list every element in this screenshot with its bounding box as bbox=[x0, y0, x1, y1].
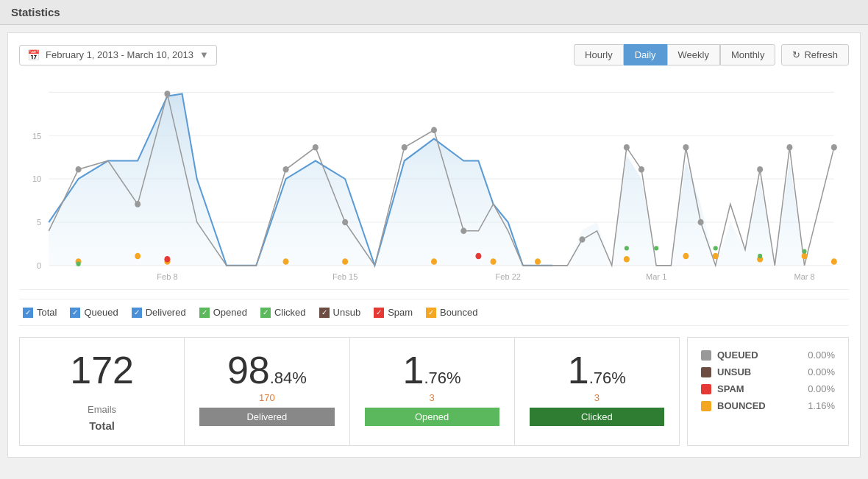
legend-spam-label: Spam bbox=[388, 307, 413, 318]
legend-total-label: Total bbox=[37, 307, 57, 318]
bounced-side-stat: BOUNCED 1.16% bbox=[701, 397, 835, 414]
total-footer: Total bbox=[35, 419, 169, 432]
chart-svg: 0 5 10 15 bbox=[19, 77, 849, 289]
svg-point-35 bbox=[624, 256, 630, 263]
toolbar: 📅 February 1, 2013 - March 10, 2013 ▼ Ho… bbox=[19, 44, 849, 65]
svg-point-12 bbox=[164, 91, 170, 97]
opened-footer: Opened bbox=[365, 408, 499, 426]
refresh-icon: ↻ bbox=[792, 49, 800, 60]
clicked-decimal: .76% bbox=[589, 369, 626, 387]
delivered-decimal: .84% bbox=[270, 369, 307, 387]
refresh-button[interactable]: ↻ Refresh bbox=[781, 44, 849, 65]
opened-stat-card: 1.76% 3 Opened bbox=[350, 337, 515, 446]
delivered-footer: Delivered bbox=[199, 408, 334, 426]
legend-bounced[interactable]: ✓ Bounced bbox=[426, 307, 477, 318]
unsub-side-label: UNSUB bbox=[717, 366, 808, 377]
svg-point-20 bbox=[624, 144, 630, 151]
legend-delivered[interactable]: ✓ Delivered bbox=[132, 307, 186, 318]
bounced-checkbox[interactable]: ✓ bbox=[426, 308, 436, 318]
monthly-button[interactable]: Monthly bbox=[720, 44, 776, 65]
queued-color bbox=[701, 350, 711, 361]
daily-button[interactable]: Daily bbox=[624, 44, 667, 65]
svg-point-26 bbox=[831, 144, 837, 151]
delivered-percent: 98.84% bbox=[199, 351, 334, 389]
svg-point-44 bbox=[714, 246, 718, 250]
svg-point-37 bbox=[713, 253, 719, 260]
svg-point-36 bbox=[683, 253, 689, 260]
svg-point-39 bbox=[802, 253, 808, 260]
legend-spam[interactable]: ✓ Spam bbox=[374, 307, 413, 318]
spam-checkbox[interactable]: ✓ bbox=[374, 308, 384, 318]
clicked-big: 1 bbox=[568, 349, 589, 391]
svg-text:15: 15 bbox=[32, 131, 41, 140]
svg-point-48 bbox=[475, 253, 481, 260]
calendar-icon: 📅 bbox=[27, 49, 40, 61]
legend-delivered-label: Delivered bbox=[146, 307, 186, 318]
clicked-percent: 1.76% bbox=[530, 351, 664, 389]
legend-clicked[interactable]: ✓ Clicked bbox=[260, 307, 306, 318]
stats-cards: 172 Emails Total 98.84% 170 Delivered bbox=[19, 337, 680, 446]
svg-text:Mar 8: Mar 8 bbox=[794, 272, 814, 281]
total-stat-card: 172 Emails Total bbox=[19, 337, 185, 446]
svg-point-45 bbox=[758, 254, 762, 258]
svg-point-33 bbox=[491, 258, 497, 265]
legend-queued[interactable]: ✓ Queued bbox=[70, 307, 118, 318]
svg-point-42 bbox=[625, 246, 629, 250]
queued-side-stat: QUEUED 0.00% bbox=[701, 347, 835, 363]
main-content: 📅 February 1, 2013 - March 10, 2013 ▼ Ho… bbox=[7, 32, 861, 458]
svg-point-19 bbox=[579, 236, 585, 243]
weekly-button[interactable]: Weekly bbox=[667, 44, 720, 65]
legend-queued-label: Queued bbox=[84, 307, 118, 318]
svg-point-25 bbox=[786, 144, 792, 151]
queued-checkbox[interactable]: ✓ bbox=[70, 308, 80, 318]
queued-side-value: 0.00% bbox=[808, 350, 835, 361]
spam-side-stat: SPAM 0.00% bbox=[701, 380, 835, 397]
date-range-picker[interactable]: 📅 February 1, 2013 - March 10, 2013 ▼ bbox=[19, 45, 217, 65]
opened-checkbox[interactable]: ✓ bbox=[199, 308, 210, 318]
svg-marker-9 bbox=[49, 94, 834, 266]
total-checkbox[interactable]: ✓ bbox=[23, 308, 33, 318]
spam-side-value: 0.00% bbox=[808, 383, 835, 394]
svg-text:0: 0 bbox=[37, 261, 41, 270]
refresh-label: Refresh bbox=[804, 49, 838, 60]
delivered-big: 98 bbox=[227, 349, 270, 391]
queued-side-label: QUEUED bbox=[717, 350, 808, 361]
svg-point-11 bbox=[135, 201, 140, 207]
svg-point-17 bbox=[431, 127, 437, 134]
svg-point-41 bbox=[77, 262, 81, 266]
svg-point-32 bbox=[431, 258, 437, 265]
spam-color bbox=[701, 384, 711, 394]
clicked-checkbox[interactable]: ✓ bbox=[260, 308, 271, 318]
delivered-stat-card: 98.84% 170 Delivered bbox=[185, 337, 349, 446]
delivered-checkbox[interactable]: ✓ bbox=[132, 308, 142, 318]
page-title: Statistics bbox=[0, 0, 868, 25]
bounced-color bbox=[701, 401, 711, 411]
hourly-button[interactable]: Hourly bbox=[574, 44, 624, 65]
svg-point-10 bbox=[76, 166, 82, 173]
statistics-chart: 0 5 10 15 bbox=[19, 77, 849, 290]
delivered-count: 170 bbox=[199, 392, 334, 403]
svg-point-16 bbox=[402, 144, 408, 151]
svg-point-30 bbox=[283, 258, 289, 265]
stats-container: 172 Emails Total 98.84% 170 Delivered bbox=[19, 337, 849, 446]
chart-legend: ✓ Total ✓ Queued ✓ Delivered ✓ Opened ✓ … bbox=[19, 299, 849, 326]
unsub-side-stat: UNSUB 0.00% bbox=[701, 363, 835, 380]
svg-point-15 bbox=[342, 219, 348, 226]
page: Statistics 📅 February 1, 2013 - March 10… bbox=[0, 0, 868, 458]
spam-side-label: SPAM bbox=[717, 383, 808, 394]
legend-total[interactable]: ✓ Total bbox=[23, 307, 57, 318]
svg-text:5: 5 bbox=[37, 218, 41, 227]
clicked-count: 3 bbox=[530, 392, 664, 403]
svg-point-46 bbox=[803, 249, 807, 253]
total-count: 172 bbox=[35, 351, 169, 389]
unsub-side-value: 0.00% bbox=[808, 366, 835, 377]
unsub-checkbox[interactable]: ✓ bbox=[319, 308, 330, 318]
svg-point-47 bbox=[164, 256, 170, 263]
legend-opened[interactable]: ✓ Opened bbox=[199, 307, 247, 318]
date-range-label: February 1, 2013 - March 10, 2013 bbox=[46, 49, 193, 60]
legend-clicked-label: Clicked bbox=[274, 307, 306, 318]
legend-unsub[interactable]: ✓ Unsub bbox=[319, 307, 361, 318]
clicked-footer: Clicked bbox=[530, 408, 664, 426]
svg-text:Feb 22: Feb 22 bbox=[495, 272, 520, 281]
opened-big: 1 bbox=[403, 349, 424, 391]
